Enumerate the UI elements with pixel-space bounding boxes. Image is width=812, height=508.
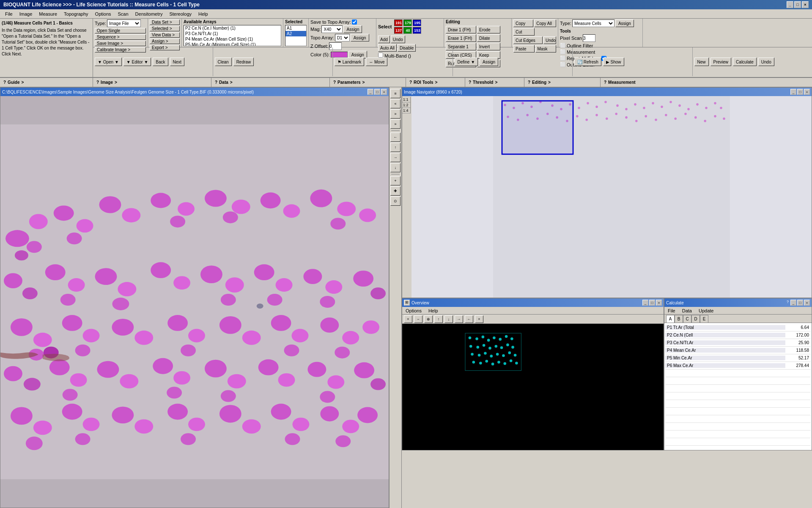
topo-array-select[interactable]: D1 — [335, 34, 350, 41]
menu-file[interactable]: File — [2, 11, 16, 17]
image-minimize-button[interactable]: _ — [368, 89, 373, 95]
undo-threshold-button[interactable]: Undo — [391, 36, 405, 43]
overview-minimize[interactable]: _ — [642, 300, 648, 306]
nav-restore-button[interactable]: □ — [797, 89, 803, 95]
menu-stereology[interactable]: Stereology — [166, 11, 195, 17]
define-button[interactable]: Define ▼ — [455, 58, 478, 66]
calculate-help[interactable]: ? — [786, 300, 790, 306]
nav-zoom-1-1[interactable]: 1:1 — [402, 97, 410, 102]
sidebar-tool-6[interactable]: ↑ — [390, 143, 401, 152]
overview-tool-up[interactable]: ↑ — [434, 315, 443, 323]
selected-a2[interactable]: A2 — [285, 31, 306, 36]
overview-menu-options[interactable]: Options — [404, 308, 423, 313]
overview-menu-help[interactable]: Help — [427, 308, 440, 313]
assign-topo-button[interactable]: Assign — [351, 34, 369, 41]
undo3-button[interactable]: Undo — [543, 36, 556, 44]
save-topo-checkbox[interactable] — [352, 19, 357, 25]
selected-a1[interactable]: A1 — [285, 25, 306, 31]
calc-tab-d[interactable]: D — [691, 315, 700, 323]
mag-select[interactable]: X40 — [321, 25, 343, 33]
calc-tab-e[interactable]: E — [700, 315, 708, 323]
calc-tab-c[interactable]: C — [683, 315, 691, 323]
cut-edges-button[interactable]: Cut Edges — [513, 36, 543, 44]
sidebar-tool-4[interactable]: » — [390, 119, 401, 129]
nav-minimize-button[interactable]: _ — [790, 89, 796, 95]
assign3-button[interactable]: Assign — [615, 19, 634, 27]
menu-options[interactable]: Options — [92, 11, 115, 17]
view-data-button[interactable]: View Data > — [150, 32, 180, 38]
pixel-scan-input[interactable] — [583, 34, 595, 42]
editor-button[interactable]: ▼ Editor ▼ — [123, 58, 151, 66]
cut-button[interactable]: Cut — [513, 28, 535, 36]
open-single-button[interactable]: Open Single — [95, 28, 146, 33]
calculate-button[interactable]: Calculate — [733, 58, 757, 66]
next-button[interactable]: Next — [170, 58, 185, 66]
type-select[interactable]: Image File — [107, 19, 141, 27]
undo-main-button[interactable]: Undo — [758, 58, 774, 66]
move-button[interactable]: ↔ Move — [366, 58, 387, 66]
nav-close-button[interactable]: × — [804, 89, 810, 95]
calculate-minimize[interactable]: _ — [790, 300, 796, 306]
selected-listbox[interactable]: A1 A2 — [285, 25, 307, 46]
sidebar-tool-10[interactable]: ✚ — [390, 186, 401, 196]
overview-tool-right[interactable]: → — [455, 315, 463, 323]
array-item-1[interactable]: P3 Ce.N/Tt.Ar (1) — [184, 31, 281, 36]
sidebar-tool-1[interactable]: ≡ — [390, 89, 401, 98]
erase1-fh-button[interactable]: Erase 1 (FH) — [446, 34, 476, 42]
copy-button[interactable]: Copy — [513, 19, 533, 27]
sidebar-tool-2[interactable]: « — [390, 99, 401, 108]
sidebar-tool-8[interactable]: ↓ — [390, 163, 401, 172]
overview-tool-cross[interactable]: ⊕ — [424, 315, 433, 323]
type3-select[interactable]: Measure Cells — [572, 19, 614, 27]
overview-tool-plus[interactable]: + — [404, 315, 412, 323]
calc-menu-file[interactable]: File — [666, 308, 677, 313]
assign-mag-button[interactable]: Assign — [343, 25, 362, 33]
clean-button[interactable]: Clean — [215, 58, 232, 66]
minimize-button[interactable]: _ — [787, 1, 793, 8]
save-image-button[interactable]: Save Image > — [95, 41, 146, 46]
menu-image[interactable]: Image — [16, 11, 36, 17]
overview-tool-minus[interactable]: − — [414, 315, 422, 323]
calculate-close[interactable]: × — [804, 300, 810, 306]
calc-tab-b[interactable]: B — [675, 315, 683, 323]
nav-zoom-1-4[interactable]: 1:4 — [402, 108, 410, 113]
array-item-0[interactable]: P2 Ce.N (Ce.I Number) (1) — [184, 25, 281, 31]
erode-button[interactable]: Erode — [477, 26, 500, 33]
add-button[interactable]: Add — [378, 36, 390, 43]
show-button[interactable]: ▶ Show — [603, 58, 624, 66]
dilate-button[interactable]: Dilate — [477, 34, 500, 42]
sidebar-tool-3[interactable]: » — [390, 109, 401, 119]
calc-menu-data[interactable]: Data — [680, 308, 694, 313]
maximize-button[interactable]: □ — [794, 1, 801, 8]
sequence-button[interactable]: Sequence > — [95, 34, 146, 40]
array-item-2[interactable]: P4 Mean Ce.Ar (Mean Cell Size) (1) — [184, 36, 281, 42]
image-close-button[interactable]: × — [381, 89, 387, 95]
calc-tab-a[interactable]: A — [666, 315, 675, 323]
menu-measure[interactable]: Measure — [36, 11, 60, 17]
nav-zoom-1-2[interactable]: 1:2 — [402, 102, 410, 108]
menu-help[interactable]: Help — [195, 11, 211, 17]
calculate-maximize[interactable]: □ — [797, 300, 803, 306]
image-restore-button[interactable]: □ — [374, 89, 380, 95]
landmark-button[interactable]: ⚑ Landmark — [335, 58, 364, 66]
calc-menu-update[interactable]: Update — [697, 308, 715, 313]
overview-tool-down[interactable]: ↓ — [444, 315, 453, 323]
menu-scan[interactable]: Scan — [115, 11, 132, 17]
array-item-3[interactable]: P5 Min Ce.Ar (Minimum Cell Size) (1) — [184, 42, 281, 46]
overview-tool-left[interactable]: ← — [465, 315, 473, 323]
close-button[interactable]: × — [802, 1, 809, 8]
sidebar-tool-7[interactable]: → — [390, 153, 401, 162]
copy-all-button[interactable]: Copy All — [534, 19, 556, 27]
assign-define-button[interactable]: Assign — [480, 58, 498, 66]
overview-tool-plus2[interactable]: + — [475, 315, 483, 323]
open-button[interactable]: ▼ Open ▼ — [95, 58, 122, 66]
redraw-button[interactable]: Redraw — [233, 58, 254, 66]
sidebar-tool-5[interactable]: ← — [390, 133, 401, 142]
sidebar-tool-9[interactable]: + — [390, 176, 401, 185]
overview-close[interactable]: × — [656, 300, 662, 306]
assign-button-1[interactable]: Assign > — [150, 39, 180, 44]
overview-maximize[interactable]: □ — [649, 300, 655, 306]
sidebar-tool-11[interactable]: ⊙ — [390, 196, 401, 206]
selected-button[interactable]: Selected > — [150, 26, 180, 31]
data-set-button[interactable]: Data Set > — [150, 19, 180, 25]
